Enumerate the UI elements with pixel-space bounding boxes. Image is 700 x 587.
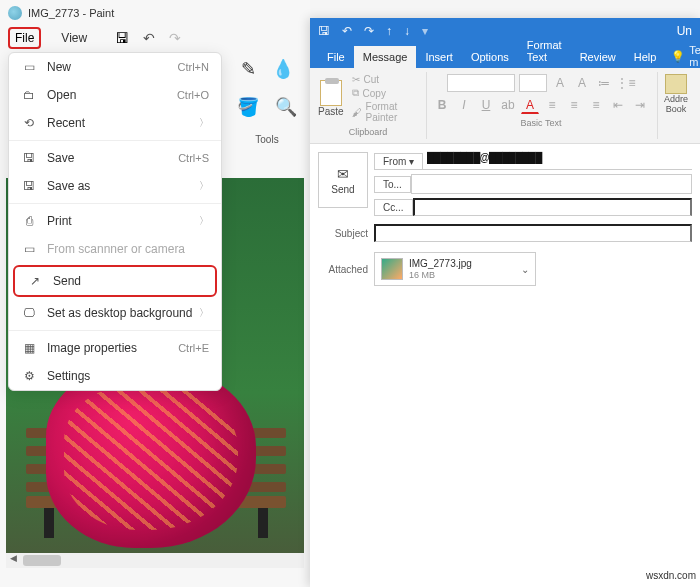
desktop-icon: 🖵 [21,306,37,320]
paint-titlebar: IMG_2773 - Paint [0,0,310,25]
address-book-button[interactable]: Addre Book [664,74,688,114]
align-right-icon[interactable]: ≡ [587,96,605,114]
file-menu-dropdown: ▭ New Ctrl+N 🗀 Open Ctrl+O ⟲ Recent 〉 🖫 … [8,52,222,391]
chevron-right-icon: 〉 [199,116,209,130]
bullets-icon[interactable]: ≔ [595,74,613,92]
scanner-icon: ▭ [21,242,37,256]
save-icon[interactable]: 🖫 [115,30,129,46]
menu-separator [9,330,221,331]
bold-button[interactable]: B [433,96,451,114]
menu-item-new[interactable]: ▭ New Ctrl+N [9,53,221,81]
ribbon-group-basic-text: A A ≔ ⋮≡ B I U ab A ≡ ≡ ≡ ⇤ ⇥ Basic Text [429,72,658,139]
brush-icon: 🖌 [352,107,362,118]
menu-item-print[interactable]: ⎙ Print 〉 [9,207,221,235]
outlook-window: 🖫 ↶ ↷ ↑ ↓ ▾ Un File Message Insert Optio… [310,18,700,587]
paint-window-title: IMG_2773 - Paint [28,7,114,19]
underline-button[interactable]: U [477,96,495,114]
tools-panel: ✎ 💧 🪣 🔍 Tools [224,52,310,155]
send-button[interactable]: ✉ Send [318,152,368,208]
menu-file[interactable]: File [8,27,41,49]
outdent-icon[interactable]: ⇤ [609,96,627,114]
save-as-icon: 🖫 [21,179,37,193]
tab-help[interactable]: Help [625,46,666,68]
tell-me[interactable]: 💡 Tell m [671,44,700,68]
up-icon[interactable]: ↑ [386,24,392,38]
tab-file[interactable]: File [318,46,354,68]
outlook-tabs: File Message Insert Options Format Text … [310,44,700,68]
paint-app-icon [8,6,22,20]
outlook-quick-access: 🖫 ↶ ↷ ↑ ↓ ▾ Un [310,18,700,44]
font-color-icon[interactable]: A [521,96,539,114]
highlight-icon[interactable]: ab [499,96,517,114]
scroll-thumb[interactable] [23,555,61,566]
gear-icon: ⚙ [21,369,37,383]
menu-item-image-properties[interactable]: ▦ Image properties Ctrl+E [9,334,221,362]
menu-view[interactable]: View [55,29,93,47]
italic-button[interactable]: I [455,96,473,114]
bucket-icon[interactable]: 🪣 [237,96,259,118]
chevron-right-icon: 〉 [199,179,209,193]
pencil-icon[interactable]: ✎ [241,58,256,80]
menu-item-save-as[interactable]: 🖫 Save as 〉 [9,172,221,200]
menu-item-open[interactable]: 🗀 Open Ctrl+O [9,81,221,109]
subject-field[interactable] [374,224,692,242]
undo-icon[interactable]: ↶ [342,24,352,38]
send-icon: ✉ [337,166,349,182]
dropdown-icon[interactable]: ▾ [422,24,428,38]
eyedropper-icon[interactable]: 💧 [272,58,294,80]
down-icon[interactable]: ↓ [404,24,410,38]
decrease-font-icon[interactable]: A [573,74,591,92]
print-icon: ⎙ [21,214,37,228]
tab-options[interactable]: Options [462,46,518,68]
magnifier-icon[interactable]: 🔍 [275,96,297,118]
tools-label: Tools [224,134,310,145]
paste-button[interactable]: Paste [318,80,344,117]
compose-area: ✉ Send From ▾ ████████@████████ To... Cc… [310,144,700,294]
undo-icon[interactable]: ↶ [143,30,155,46]
align-center-icon[interactable]: ≡ [565,96,583,114]
increase-font-icon[interactable]: A [551,74,569,92]
cc-field[interactable] [413,198,692,216]
menu-item-set-background[interactable]: 🖵 Set as desktop background 〉 [9,299,221,327]
share-icon: ↗ [27,274,43,288]
scroll-left-icon[interactable]: ◀ [6,553,21,568]
saree-graphic [46,368,256,548]
recent-icon: ⟲ [21,116,37,130]
redo-icon[interactable]: ↷ [364,24,374,38]
horizontal-scrollbar[interactable]: ◀ [6,553,304,568]
tab-insert[interactable]: Insert [416,46,462,68]
to-button[interactable]: To... [374,176,411,193]
font-family-select[interactable] [447,74,515,92]
save-icon[interactable]: 🖫 [318,24,330,38]
tab-format-text[interactable]: Format Text [518,34,571,68]
menu-item-save[interactable]: 🖫 Save Ctrl+S [9,144,221,172]
tab-review[interactable]: Review [571,46,625,68]
paste-icon [320,80,342,106]
menu-item-recent[interactable]: ⟲ Recent 〉 [9,109,221,137]
indent-icon[interactable]: ⇥ [631,96,649,114]
font-size-select[interactable] [519,74,547,92]
watermark: wsxdn.com [646,570,696,581]
from-button[interactable]: From ▾ [374,153,423,170]
attachment-item[interactable]: IMG_2773.jpg 16 MB ⌄ [374,252,536,286]
cut-icon: ✂ [352,74,360,85]
ribbon-group-names: Addre Book [660,72,696,139]
menu-item-send[interactable]: ↗ Send [13,265,217,297]
lightbulb-icon: 💡 [671,50,685,63]
attachment-size: 16 MB [409,270,472,280]
align-left-icon[interactable]: ≡ [543,96,561,114]
attachment-name: IMG_2773.jpg [409,258,472,270]
to-field[interactable] [411,174,692,194]
properties-icon: ▦ [21,341,37,355]
numbering-icon[interactable]: ⋮≡ [617,74,635,92]
cut-button: ✂Cut [352,74,418,85]
group-label-basic-text: Basic Text [521,118,562,128]
tab-message[interactable]: Message [354,46,417,68]
chevron-down-icon[interactable]: ⌄ [521,264,529,275]
menu-item-scanner: ▭ From scannner or camera [9,235,221,263]
menu-item-settings[interactable]: ⚙ Settings [9,362,221,390]
outlook-title: Un [677,24,692,38]
menu-separator [9,140,221,141]
outlook-ribbon: Paste ✂Cut ⧉Copy 🖌Format Painter Clipboa… [310,68,700,144]
cc-button[interactable]: Cc... [374,199,413,216]
